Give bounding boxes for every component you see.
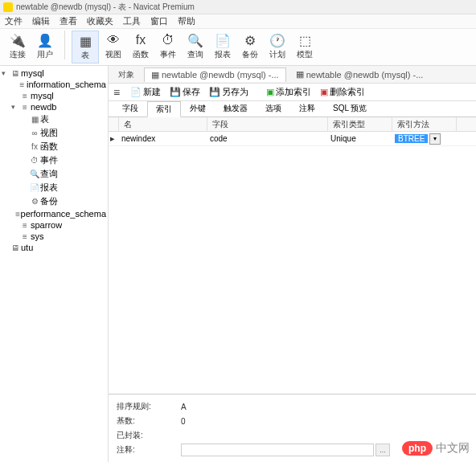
menu-tools[interactable]: 工具 — [123, 15, 141, 27]
main-toolbar: 🔌连接👤用户▦表👁视图fx函数⏱事件🔍查询📄报表⚙备份🕐计划⬚模型 — [0, 29, 476, 66]
dropdown-icon[interactable]: ▾ — [429, 133, 441, 145]
save-icon: 💾 — [170, 87, 181, 97]
window-title: newtable @newdb (mysql) - 表 - Navicat Pr… — [16, 2, 195, 13]
saveas-button[interactable]: 💾另存为 — [206, 85, 252, 99]
tree-item-mysql[interactable]: ≡mysql — [0, 90, 108, 101]
tree-item-报表[interactable]: 📄报表 — [0, 181, 108, 194]
tab-objects[interactable]: 对象 — [112, 67, 141, 82]
toolbar-icon: 🕐 — [269, 32, 285, 48]
tree-icon: ≡ — [15, 210, 21, 219]
tree-icon: ∞ — [29, 129, 40, 137]
cardinality-value: 0 — [181, 417, 186, 426]
tree-item-sparrow[interactable]: ≡sparrow — [0, 219, 108, 231]
title-bar: newtable @newdb (mysql) - 表 - Navicat Pr… — [0, 0, 476, 14]
col-method[interactable]: 索引方法 — [392, 117, 457, 131]
cell-type[interactable]: Unique — [326, 133, 390, 144]
toolbar-报表[interactable]: 📄报表 — [210, 31, 236, 63]
tree-item-newdb[interactable]: ▾≡newdb — [0, 101, 108, 112]
subtab-注释[interactable]: 注释 — [290, 100, 324, 117]
subtab-SQL 预览[interactable]: SQL 预览 — [324, 100, 375, 117]
table-icon: ▦ — [151, 70, 159, 80]
tree-item-事件[interactable]: ⏱事件 — [0, 153, 108, 167]
cell-field[interactable]: code — [205, 133, 326, 144]
toolbar-icon: 🔍 — [187, 32, 203, 48]
menu-file[interactable]: 文件 — [5, 15, 23, 27]
tree-icon: ≡ — [19, 221, 31, 230]
sort-rule-value: A — [181, 403, 187, 411]
tree-item-sys[interactable]: ≡sys — [0, 231, 108, 242]
watermark-text: 中文网 — [436, 441, 470, 456]
subtab-索引[interactable]: 索引 — [147, 101, 181, 117]
toolbar-事件[interactable]: ⏱事件 — [155, 31, 181, 63]
content-area: 对象 ▦newtable @newdb (mysql) -... ▦newtab… — [109, 66, 476, 462]
tab-newtable-1[interactable]: ▦newtable @newdb (mysql) -... — [144, 67, 286, 82]
tree-icon: 📄 — [29, 183, 40, 192]
packed-label: 已封装: — [117, 430, 181, 441]
add-index-button[interactable]: ▣添加索引 — [263, 85, 314, 99]
watermark-badge: php — [402, 441, 433, 456]
menu-window[interactable]: 窗口 — [150, 15, 168, 27]
index-row[interactable]: ▸ newindex code Unique BTREE ▾ — [109, 132, 476, 146]
tree-icon: ≡ — [19, 232, 31, 241]
comment-ellipsis-button[interactable]: … — [375, 444, 390, 456]
toolbar-计划[interactable]: 🕐计划 — [265, 31, 290, 63]
tree-icon: ⏱ — [29, 156, 40, 165]
menu-help[interactable]: 帮助 — [178, 15, 195, 27]
toolbar-icon: 🔌 — [10, 32, 26, 48]
tree-item-utu[interactable]: 🖥utu — [0, 242, 108, 253]
toolbar-icon: ▦ — [77, 33, 93, 49]
menu-favorites[interactable]: 收藏夹 — [87, 15, 113, 27]
watermark: php 中文网 — [402, 441, 470, 456]
toolbar-icon: 👤 — [37, 32, 53, 48]
menu-view[interactable]: 查看 — [60, 15, 77, 27]
tree-icon: ≡ — [19, 92, 31, 100]
tree-icon: ▦ — [29, 115, 40, 124]
subtab-选项[interactable]: 选项 — [256, 100, 290, 117]
tree-item-备份[interactable]: ⚙备份 — [0, 194, 108, 208]
col-field[interactable]: 字段 — [207, 117, 328, 131]
toolbar-视图[interactable]: 👁视图 — [101, 31, 126, 63]
method-value[interactable]: BTREE — [395, 134, 428, 143]
toolbar-icon: fx — [133, 32, 149, 48]
subtab-外键[interactable]: 外键 — [181, 100, 215, 117]
tree-item-performance_schema[interactable]: ≡performance_schema — [0, 208, 108, 219]
document-tabs: 对象 ▦newtable @newdb (mysql) -... ▦newtab… — [109, 66, 476, 84]
designer-tabs: 字段索引外键触发器选项注释SQL 预览 — [109, 101, 476, 117]
toolbar-备份[interactable]: ⚙备份 — [237, 31, 263, 63]
tree-icon: ≡ — [18, 80, 27, 89]
col-name[interactable]: 名 — [119, 117, 207, 131]
sort-rule-label: 排序规则: — [117, 401, 181, 412]
tree-item-函数[interactable]: fx函数 — [0, 140, 108, 153]
tree-item-mysql[interactable]: ▾🖥mysql — [0, 67, 108, 79]
subtab-触发器[interactable]: 触发器 — [215, 100, 256, 117]
subtab-字段[interactable]: 字段 — [113, 100, 147, 117]
col-type[interactable]: 索引类型 — [328, 117, 392, 131]
cell-method[interactable]: BTREE ▾ — [390, 133, 454, 145]
toolbar-icon: 📄 — [215, 32, 231, 48]
toolbar-查询[interactable]: 🔍查询 — [183, 31, 208, 63]
cell-name[interactable]: newindex — [117, 133, 205, 144]
toolbar-用户[interactable]: 👤用户 — [32, 31, 58, 63]
new-button[interactable]: 📄新建 — [127, 85, 164, 99]
toolbar-模型[interactable]: ⬚模型 — [292, 31, 318, 63]
tree-item-information_schema[interactable]: ≡information_schema — [0, 79, 108, 90]
hamburger-icon[interactable]: ≡ — [113, 86, 120, 99]
tab-newtable-2[interactable]: ▦newtable @newdb (mysql) -... — [289, 67, 430, 81]
save-button[interactable]: 💾保存 — [166, 85, 203, 99]
menu-bar: 文件 编辑 查看 收藏夹 工具 窗口 帮助 — [0, 14, 476, 29]
new-icon: 📄 — [130, 87, 142, 97]
tree-icon: fx — [29, 142, 40, 151]
delete-index-button[interactable]: ▣删除索引 — [317, 85, 368, 99]
grid-empty-area — [109, 146, 476, 394]
toolbar-表[interactable]: ▦表 — [72, 31, 99, 63]
index-grid-header: 名 字段 索引类型 索引方法 — [109, 117, 476, 132]
tree-item-表[interactable]: ▦表 — [0, 112, 108, 126]
tree-item-视图[interactable]: ∞视图 — [0, 126, 108, 140]
menu-edit[interactable]: 编辑 — [32, 15, 50, 27]
connection-tree[interactable]: ▾🖥mysql≡information_schema≡mysql▾≡newdb▦… — [0, 66, 109, 462]
tree-item-查询[interactable]: 🔍查询 — [0, 167, 108, 181]
toolbar-连接[interactable]: 🔌连接 — [5, 31, 31, 63]
toolbar-函数[interactable]: fx函数 — [128, 31, 154, 63]
app-logo-icon — [3, 2, 13, 12]
comment-input[interactable] — [181, 444, 374, 456]
